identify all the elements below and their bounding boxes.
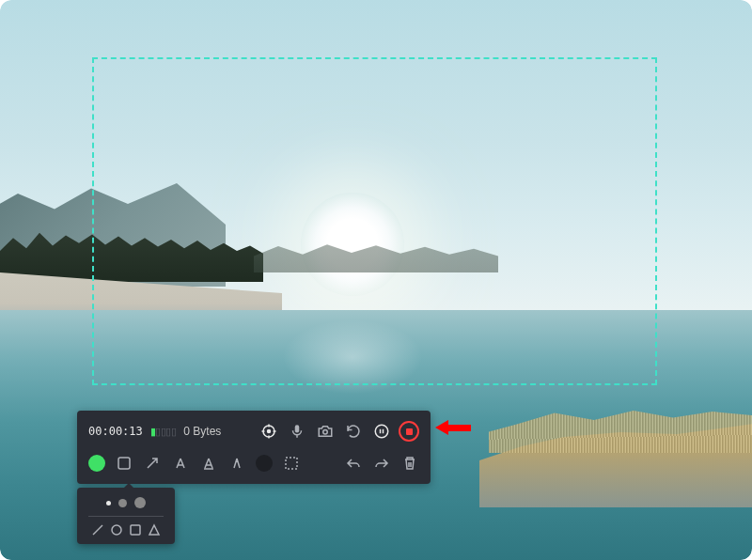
pause-button[interactable]: [370, 420, 393, 443]
svg-rect-2: [295, 425, 300, 432]
trash-button[interactable]: [400, 454, 419, 473]
highlight-icon: [201, 456, 216, 471]
trash-icon: [402, 456, 417, 471]
redo-button[interactable]: [372, 454, 391, 473]
square-icon: [129, 523, 142, 537]
svg-point-10: [112, 525, 121, 535]
svg-point-4: [375, 425, 388, 438]
undo-icon: [346, 456, 361, 471]
recording-size: 0 Bytes: [183, 425, 221, 438]
stop-icon: [406, 428, 413, 435]
draw-icon: [229, 456, 244, 471]
svg-point-3: [323, 430, 328, 435]
audio-level-meter: ▮▯▯▯▯: [150, 426, 177, 438]
rectangle-tool-button[interactable]: [115, 454, 133, 473]
camera-button[interactable]: [314, 420, 337, 443]
arrow-icon: [145, 456, 160, 471]
brush-options-popup: [77, 488, 175, 544]
microphone-button[interactable]: [286, 420, 308, 443]
text-icon: [173, 456, 188, 471]
cursor-target-icon: [260, 423, 277, 440]
redo-icon: [374, 456, 389, 471]
pause-icon: [373, 423, 390, 440]
line-icon: [91, 523, 104, 537]
svg-rect-7: [118, 458, 130, 469]
brush-size-large[interactable]: [134, 497, 146, 508]
camera-icon: [317, 423, 334, 440]
microphone-icon: [289, 423, 306, 440]
undo-button[interactable]: [344, 454, 363, 473]
divider: [88, 516, 164, 517]
shape-triangle-button[interactable]: [148, 522, 162, 537]
eraser-button[interactable]: [256, 455, 273, 472]
selection-tool-button[interactable]: [282, 454, 301, 473]
shape-line-button[interactable]: [90, 522, 104, 537]
triangle-icon: [148, 523, 161, 537]
svg-rect-8: [286, 458, 297, 469]
shape-square-button[interactable]: [129, 522, 143, 537]
color-picker-button[interactable]: [88, 455, 105, 472]
brush-size-medium[interactable]: [118, 499, 127, 507]
circle-icon: [110, 523, 123, 537]
svg-point-1: [268, 430, 271, 433]
restart-icon: [345, 423, 362, 440]
restart-button[interactable]: [342, 420, 365, 443]
arrow-tool-button[interactable]: [143, 454, 162, 473]
stop-button[interactable]: [399, 421, 419, 442]
selection-icon: [284, 456, 299, 471]
recording-timer: 00:00:13: [88, 425, 143, 438]
callout-arrow: [435, 420, 471, 435]
svg-line-9: [93, 525, 102, 535]
recording-toolbar: 00:00:13 ▮▯▯▯▯ 0 Bytes: [77, 411, 431, 484]
highlight-tool-button[interactable]: [199, 454, 218, 473]
draw-tool-button[interactable]: [227, 454, 246, 473]
text-tool-button[interactable]: [171, 454, 190, 473]
shape-circle-button[interactable]: [109, 522, 123, 537]
brush-size-small[interactable]: [106, 501, 111, 506]
cursor-toggle-button[interactable]: [258, 420, 280, 443]
svg-rect-11: [131, 525, 140, 535]
rectangle-icon: [117, 456, 132, 471]
